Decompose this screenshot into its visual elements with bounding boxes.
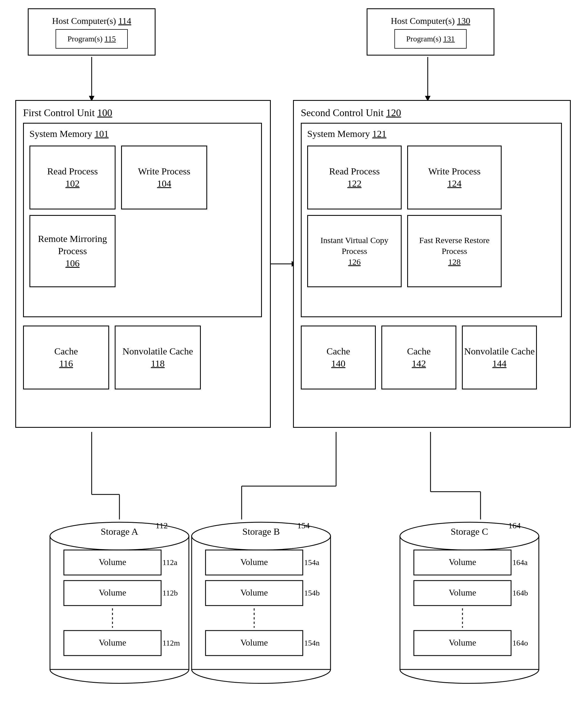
nonvolatile-cache-144: Nonvolatile Cache 144 — [462, 325, 537, 389]
svg-text:Volume: Volume — [240, 588, 268, 597]
svg-text:Volume: Volume — [449, 588, 476, 597]
svg-text:Storage A: Storage A — [101, 526, 138, 537]
write-process-104: Write Process 104 — [121, 146, 207, 209]
right-host-computer: Host Computer(s) 130 Program(s) 131 — [366, 8, 495, 56]
remote-mirroring-106: Remote Mirroring Process 106 — [29, 215, 115, 287]
svg-text:Storage B: Storage B — [242, 526, 280, 537]
svg-text:112a: 112a — [163, 558, 177, 567]
svg-text:164b: 164b — [512, 589, 528, 597]
svg-text:164a: 164a — [512, 558, 528, 567]
svg-text:112m: 112m — [163, 639, 180, 647]
sm101-label: System Memory 101 — [29, 128, 109, 140]
storage-c-id: 164 — [508, 521, 521, 530]
instant-virtual-copy-126: Instant Virtual Copy Process 126 — [307, 215, 402, 287]
cache-142: Cache 142 — [381, 325, 456, 389]
system-memory-121: System Memory 121 Read Process 122 Write… — [301, 123, 562, 317]
left-host-computer: Host Computer(s) 114 Program(s) 115 — [28, 8, 155, 56]
second-cu-label: Second Control Unit 120 — [301, 106, 401, 120]
svg-text:Volume: Volume — [99, 557, 126, 567]
left-host-label: Host Computer(s) 114 — [52, 15, 131, 27]
nonvolatile-cache-118: Nonvolatile Cache 118 — [115, 325, 201, 389]
first-cu-label: First Control Unit 100 — [23, 106, 112, 120]
storage-a-id: 112 — [155, 521, 168, 530]
sm121-label: System Memory 121 — [307, 128, 386, 140]
cache-140: Cache 140 — [301, 325, 376, 389]
svg-text:Volume: Volume — [240, 637, 268, 648]
svg-text:Storage C: Storage C — [450, 526, 488, 537]
svg-text:154a: 154a — [304, 558, 319, 567]
right-host-label: Host Computer(s) 130 — [391, 15, 470, 27]
svg-text:154n: 154n — [304, 639, 320, 647]
svg-text:Volume: Volume — [99, 637, 126, 648]
svg-text:154b: 154b — [304, 589, 320, 597]
svg-text:Volume: Volume — [449, 557, 476, 567]
svg-text:112b: 112b — [163, 589, 178, 597]
storage-b-id: 154 — [297, 521, 310, 530]
svg-text:Volume: Volume — [240, 557, 268, 567]
right-program: Program(s) 131 — [394, 29, 467, 49]
left-program: Program(s) 115 — [56, 29, 128, 49]
read-process-122: Read Process 122 — [307, 146, 402, 209]
svg-text:164o: 164o — [512, 639, 528, 647]
write-process-124: Write Process 124 — [407, 146, 502, 209]
fast-reverse-restore-128: Fast Reverse Restore Process 128 — [407, 215, 502, 287]
cache-116: Cache 116 — [23, 325, 109, 389]
system-memory-101: System Memory 101 Read Process 102 Write… — [23, 123, 262, 317]
svg-text:Volume: Volume — [99, 588, 126, 597]
second-control-unit: Second Control Unit 120 System Memory 12… — [293, 100, 571, 428]
first-control-unit: First Control Unit 100 System Memory 101… — [15, 100, 271, 428]
storage-a: Storage A Volume Volume Volume 112a 112b… — [47, 520, 192, 687]
storage-c: Storage C Volume Volume Volume 164a 164b… — [397, 520, 542, 687]
svg-text:Volume: Volume — [449, 637, 476, 648]
storage-b: Storage B Volume Volume Volume 154a 154b… — [189, 520, 333, 687]
read-process-102: Read Process 102 — [29, 146, 115, 209]
